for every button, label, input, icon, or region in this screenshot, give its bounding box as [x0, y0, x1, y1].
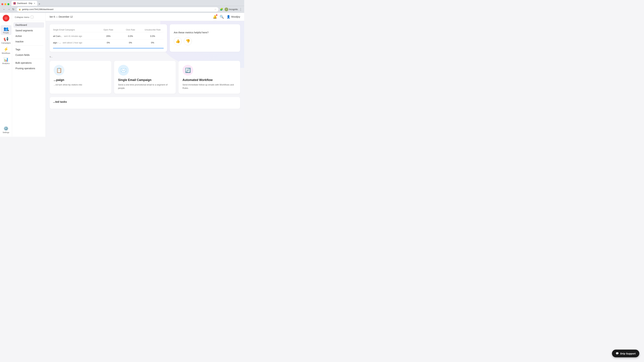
search-button[interactable]: 🔍 [220, 15, 224, 19]
sidebar-item-campaigns[interactable]: 📢 Campaigns [1, 35, 12, 45]
incognito-label: Incognito [229, 8, 238, 10]
dashboard-content: Single Email Campaigns Open Rate Click R… [46, 21, 244, 136]
campaigns-icon: 📢 [4, 37, 8, 41]
reload-button[interactable]: ↻ [12, 7, 15, 11]
menu-item-tags[interactable]: Tags [14, 47, 44, 52]
incognito-button[interactable]: I Incognito [224, 7, 238, 11]
campaign-time-2: sent about 1 hour ago [62, 41, 82, 44]
thumbs-up-button[interactable]: 👍 [174, 37, 182, 45]
loading-section: v... [50, 55, 240, 58]
notification-button[interactable]: 🔔 [213, 15, 217, 19]
col-header-unsub: Unsubscribe Rate [142, 29, 164, 31]
menu-item-dashboard[interactable]: Dashboard [14, 22, 44, 28]
user-avatar-icon: 👤 [226, 15, 230, 18]
menu-item-pruning-operations[interactable]: Pruning operations [14, 66, 44, 71]
tab-close-icon[interactable]: ✕ [34, 2, 35, 4]
metrics-feedback-card: Are these metrics helpful here? 👍 👎 [170, 24, 240, 52]
address-bar[interactable]: 🔒 getdrip.com/7641396/dashboard ☆ [16, 7, 218, 11]
workflows-label: Workflows [2, 52, 10, 54]
single-email-icon: ✉️ [118, 65, 129, 76]
menu-item-inactive[interactable]: Inactive [14, 39, 44, 44]
analytics-label: Analytics [2, 62, 10, 64]
back-button[interactable]: ← [2, 7, 6, 11]
people-icon: 👥 [4, 26, 8, 31]
feature-card-single-email[interactable]: ✉️ Single Email Campaign Send a one-time… [114, 61, 176, 94]
feature-cards-grid: 📋 ...paign ...nd turn drive-by visitors … [50, 61, 240, 94]
logo-area[interactable]: ☺ [3, 15, 10, 21]
campaign-name-2: aign - ... [53, 41, 61, 44]
sidebar-divider-2 [14, 59, 44, 59]
campaigns-label: Campaigns [1, 42, 11, 44]
sidebar-menu: Collapse menu → Dashboard Saved segments… [12, 13, 46, 137]
date-range: ber 6 — December 12 [50, 15, 73, 18]
tasks-title: ...ted tasks [53, 100, 237, 103]
sidebar-item-people[interactable]: 👥 People [1, 25, 12, 35]
main-content: ber 6 — December 12 🔔 🔍 👤 Moodjoy [46, 13, 244, 137]
menu-item-active[interactable]: Active [14, 33, 44, 39]
campaigns-table-card: Single Email Campaigns Open Rate Click R… [50, 24, 167, 52]
single-email-desc: Send a one-time promotional email to a s… [118, 83, 172, 90]
collapse-menu-button[interactable]: Collapse menu → [15, 15, 34, 19]
browser-chrome: 🌀 Dashboard · Drip ✕ + ← → ↻ 🔒 getdrip.c… [0, 0, 244, 13]
bookmark-icon[interactable]: ☆ [214, 8, 216, 11]
tab-favicon: 🌀 [14, 2, 16, 4]
collapse-icon: → [30, 15, 34, 19]
single-email-title: Single Email Campaign [118, 78, 172, 82]
url-text: getdrip.com/7641396/dashboard [22, 8, 213, 10]
settings-icon: ⚙️ [4, 126, 8, 131]
topbar: ber 6 — December 12 🔔 🔍 👤 Moodjoy [46, 13, 244, 21]
user-menu-button[interactable]: 👤 Moodjoy [226, 15, 240, 18]
new-tab-button[interactable]: + [38, 2, 40, 6]
extensions-button[interactable]: 🧩 [220, 8, 223, 11]
feedback-question: Are these metrics helpful here? [174, 31, 209, 34]
tasks-section: ...ted tasks [50, 97, 240, 109]
automated-workflow-desc: Send immediate follow-up emails with Wor… [182, 83, 236, 90]
campaign-time-1: sent 41 minutes ago [64, 35, 82, 37]
sidebar-item-analytics[interactable]: 📊 Analytics [1, 56, 12, 66]
icon-nav: ☺ 👥 People 📢 Campaigns ⚡ Workflows 📊 Ana… [0, 13, 12, 137]
open-rate-1: 29% [97, 35, 120, 37]
click-rate-2: 0% [120, 41, 142, 44]
campaign-card-title: ...paign [54, 78, 107, 82]
thumbs-down-button[interactable]: 👎 [184, 37, 192, 45]
automated-workflow-title: Automated Workflow [182, 78, 236, 82]
sidebar-item-workflows[interactable]: ⚡ Workflows [1, 45, 12, 55]
forward-button[interactable]: → [7, 7, 11, 11]
col-header-click: Click Rate [120, 29, 142, 31]
sidebar-item-settings[interactable]: ⚙️ Settings [1, 125, 12, 135]
open-rate-2: 0% [97, 41, 120, 44]
loading-text: v... [50, 55, 53, 58]
menu-item-bulk-operations[interactable]: Bulk operations [14, 60, 44, 65]
menu-item-saved-segments[interactable]: Saved segments [14, 28, 44, 33]
col-header-open: Open Rate [97, 29, 120, 31]
lock-icon: 🔒 [18, 8, 21, 10]
campaign-name-1: ail Cam... [53, 35, 62, 37]
automated-workflow-icon: 🔄 [182, 65, 193, 76]
user-name: Moodjoy [231, 15, 240, 18]
feature-card-automated-workflow[interactable]: 🔄 Automated Workflow Send immediate foll… [178, 61, 240, 94]
campaign-icon: 📋 [54, 65, 64, 76]
browser-menu-button[interactable]: ⋮ [239, 7, 242, 11]
campaign-card-desc: ...nd turn drive-by visitors into [54, 83, 107, 86]
table-row: aign - ... sent about 1 hour ago 0% 0% 0… [53, 39, 164, 46]
incognito-avatar: I [224, 7, 228, 11]
unsub-rate-1: 0.0% [142, 35, 164, 37]
settings-label: Settings [3, 131, 10, 133]
col-header-name: Single Email Campaigns [53, 29, 97, 31]
unsub-rate-2: 0% [142, 41, 164, 44]
click-rate-1: 0.0% [120, 35, 142, 37]
progress-bar [53, 48, 164, 48]
tab-title: Dashboard · Drip [17, 2, 32, 4]
table-row: ail Cam... sent 41 minutes ago 29% 0.0% … [53, 33, 164, 39]
workflows-icon: ⚡ [4, 47, 8, 52]
menu-item-custom-fields[interactable]: Custom fields [14, 52, 44, 58]
browser-tab[interactable]: 🌀 Dashboard · Drip ✕ [12, 1, 37, 6]
collapse-menu-label: Collapse menu [15, 16, 29, 18]
table-header-row: Single Email Campaigns Open Rate Click R… [53, 28, 164, 32]
feature-card-campaign[interactable]: 📋 ...paign ...nd turn drive-by visitors … [50, 61, 111, 94]
people-label: People [3, 32, 9, 34]
analytics-icon: 📊 [4, 57, 8, 62]
